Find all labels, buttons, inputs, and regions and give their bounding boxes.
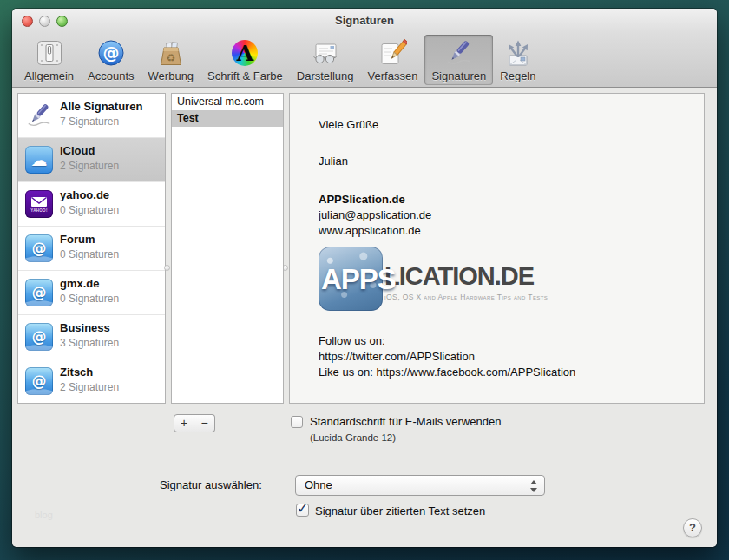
default-font-sublabel: (Lucida Grande 12) [310,432,396,443]
preview-website: www.appslication.de [319,224,421,237]
signature-pen-icon [444,38,474,68]
preferences-toolbar: Allgemein @ Accounts ♻ Werbung A Schrift… [17,35,542,85]
splitter-handle[interactable] [164,265,170,271]
preview-follow: Follow us on: [319,334,385,347]
preview-greeting: Viele Grüße [319,118,378,131]
quote-position-label: Signatur über zitierten Text setzen [315,504,485,517]
tab-accounts[interactable]: @ Accounts [81,35,141,85]
preview-email: julian@appslication.de [319,208,431,221]
tab-label: Signaturen [431,69,486,82]
fonts-colors-icon: A [230,38,259,68]
account-row-business[interactable]: @ Business 3 Signaturen [18,315,165,359]
appslication-logo: APPS LICATION.DE iOS, OS X and Apple Har… [319,247,548,311]
accounts-list: Alle Signaturen 7 Signaturen ☁ iCloud 2 … [17,93,166,404]
account-name: Alle Signaturen [60,100,142,113]
mail-at-icon: @ [25,279,53,306]
signature-pen-icon [25,102,53,129]
signature-item[interactable]: Universal me.com [172,94,283,110]
tab-darstellung[interactable]: Darstellung [290,35,361,85]
account-name: Forum [60,233,95,246]
tab-regeln[interactable]: Regeln [493,35,542,85]
account-row-all-signatures[interactable]: Alle Signaturen 7 Signaturen [18,94,165,138]
preview-sender: Julian [319,155,348,168]
account-count: 2 Signaturen [60,160,119,172]
compose-pencil-icon [378,38,407,68]
desktop: { "window": { "title": "Signaturen", "he… [0,0,729,560]
signature-divider [319,188,560,188]
tab-allgemein[interactable]: Allgemein [17,35,81,85]
default-font-label: Standardschrift für E-Mails verwenden [310,415,501,428]
account-name: yahoo.de [60,188,109,201]
rules-arrows-icon [503,38,533,68]
preview-company: APPSlication.de [319,193,405,206]
account-name: Zitsch [60,366,93,379]
account-count: 0 Signaturen [60,293,119,305]
tab-label: Darstellung [297,69,354,82]
account-count: 3 Signaturen [60,337,119,349]
choose-signature-label: Signatur auswählen: [160,478,262,491]
window-title: Signaturen [12,14,717,27]
titlebar[interactable]: Signaturen [12,9,717,31]
remove-signature-button[interactable]: − [194,414,215,432]
tab-label: Werbung [148,69,194,82]
tab-werbung[interactable]: ♻ Werbung [141,35,201,85]
preferences-window: Signaturen Allgemein @ Accounts ♻ Werbun… [12,9,717,547]
mail-at-icon: @ [25,234,53,262]
yahoo-icon: YAHOO! [25,190,53,218]
popup-value: Ohne [305,478,332,491]
account-name: gmx.de [60,277,100,290]
account-row-gmx[interactable]: @ gmx.de 0 Signaturen [18,271,165,315]
svg-text:@: @ [102,43,119,63]
account-name: Business [60,321,110,334]
account-name: iCloud [60,144,95,157]
signature-list: Universal me.com Test [171,93,284,404]
choose-signature-popup[interactable]: Ohne [295,475,545,496]
mail-at-icon: @ [25,323,53,351]
help-button[interactable]: ? [683,518,702,537]
tab-label: Regeln [500,69,535,82]
account-row-zitsch[interactable]: @ Zitsch 2 Signaturen [18,359,165,404]
tab-schrift-farbe[interactable]: A Schrift & Farbe [200,35,290,85]
tab-label: Schrift & Farbe [207,69,283,82]
tab-label: Allgemein [24,69,74,82]
logo-wordmark: LICATION.DE [384,264,548,289]
window-chrome: Signaturen Allgemein @ Accounts ♻ Werbun… [12,9,717,88]
tab-signaturen[interactable]: Signaturen [424,35,493,85]
at-circle-icon: @ [96,38,126,68]
quote-position-checkbox[interactable]: ✓ [296,504,309,517]
junk-bag-icon: ♻ [156,38,186,68]
mail-at-icon: @ [25,367,53,395]
appslication-logo-badge: APPS [319,247,383,311]
account-count: 0 Signaturen [60,248,119,260]
switch-icon [35,38,64,68]
account-row-yahoo[interactable]: YAHOO! yahoo.de 0 Signaturen [18,182,165,227]
account-row-icloud[interactable]: ☁ iCloud 2 Signaturen [18,138,165,182]
logo-tagline: iOS, OS X and Apple Hardware Tips and Te… [384,293,548,301]
preview-facebook: Like us on: https://www.facebook.com/APP… [319,366,575,379]
account-count: 0 Signaturen [60,204,119,216]
yahoo-wordmark: YAHOO! [30,208,47,213]
viewing-glasses-icon [311,38,340,68]
svg-text:♻: ♻ [166,52,175,64]
checkmark-icon: ✓ [297,500,308,517]
add-signature-button[interactable]: + [174,414,194,432]
icloud-icon: ☁ [25,146,53,174]
account-count: 7 Signaturen [60,115,119,128]
watermark-text: blog [35,510,53,520]
account-count: 2 Signaturen [60,381,119,393]
stepper-icon [530,479,538,493]
preview-twitter: https://twitter.com/APPSlication [319,350,475,363]
signature-preview[interactable]: Viele Grüße Julian APPSlication.de julia… [289,93,705,404]
tab-verfassen[interactable]: Verfassen [361,35,425,85]
signature-item[interactable]: Test [172,110,283,127]
account-row-forum[interactable]: @ Forum 0 Signaturen [18,227,165,271]
default-font-checkbox[interactable] [291,416,303,428]
tab-label: Accounts [88,69,134,82]
signature-add-remove: + − [174,414,215,432]
tab-label: Verfassen [368,69,418,82]
